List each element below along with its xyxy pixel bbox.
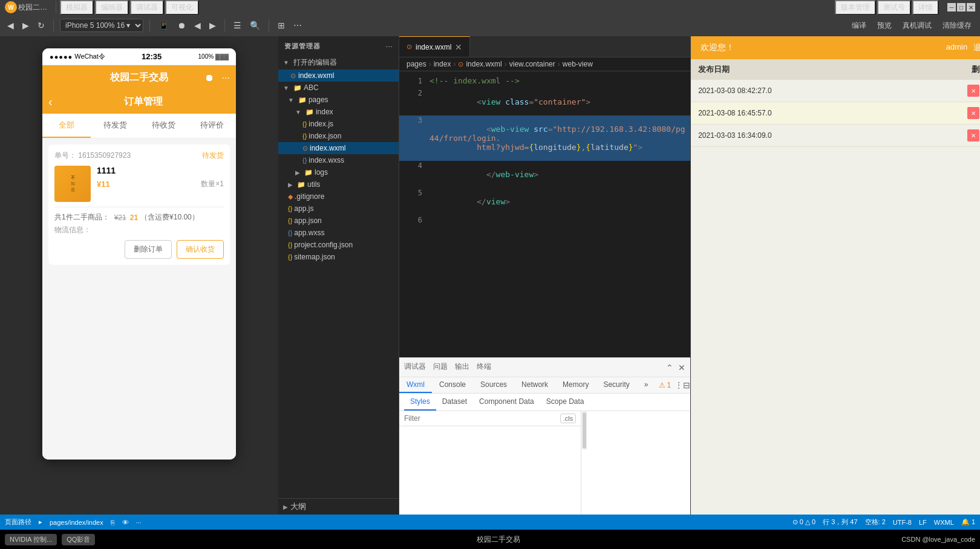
status-page-path-label[interactable]: 页面路径	[5, 518, 31, 527]
app-json-file[interactable]: {} app.json	[278, 215, 399, 227]
order-tab-pending-receive[interactable]: 待收货	[139, 114, 188, 138]
list-icon-btn[interactable]: ☰	[231, 18, 244, 33]
inspector-tab-wxml[interactable]: Wxml	[399, 377, 432, 393]
explorer-more-btn[interactable]: ···	[385, 41, 393, 51]
grid-icon-btn[interactable]: ⊞	[275, 18, 287, 33]
app-wxss-file[interactable]: {} app.wxss	[278, 227, 399, 239]
status-spaces[interactable]: 空格: 2	[865, 518, 886, 527]
index-folder[interactable]: ▼ 📁 index	[278, 106, 399, 118]
breadcrumb-pages[interactable]: pages	[407, 60, 426, 68]
devtools-scrollbar[interactable]	[581, 411, 587, 450]
index-js-file[interactable]: {} index.js	[278, 118, 399, 130]
taskbar-app-nvidia[interactable]: NVIDIA 控制...	[5, 534, 57, 545]
status-encoding[interactable]: UTF-8	[893, 519, 912, 526]
wechat-record-icon[interactable]: ⏺	[204, 73, 214, 83]
devtools-collapse-btn[interactable]: ⌃	[666, 363, 673, 372]
compile-text-btn[interactable]: 编译	[848, 19, 870, 32]
menu-debugger[interactable]: 调试器	[130, 0, 164, 15]
phone-icon-btn[interactable]: 📱	[156, 18, 171, 33]
open-editor-index-wxml[interactable]: ⊙ index.wxml	[278, 70, 399, 82]
nav-refresh-button[interactable]: ↻	[35, 18, 47, 33]
devtools-settings-btn[interactable]: ⋮	[675, 377, 683, 393]
menu-version[interactable]: 版本管理	[835, 0, 876, 15]
nav-back-button[interactable]: ◀	[5, 18, 16, 33]
breadcrumb-webview[interactable]: web-view	[563, 60, 593, 68]
status-errors[interactable]: ⊙ 0 △ 0	[792, 518, 815, 526]
taskbar-app-qq[interactable]: QQ影音	[62, 534, 95, 545]
status-language[interactable]: WXML	[934, 519, 954, 526]
project-config-file[interactable]: {} project.config.json	[278, 239, 399, 251]
tab-close-icon[interactable]: ✕	[455, 42, 462, 52]
code-editor-content[interactable]: 1 <!-- index.wxml --> 2 <view class="con…	[399, 71, 690, 357]
inspector-tab-sources[interactable]: Sources	[473, 377, 514, 393]
menu-editor[interactable]: 编辑器	[95, 0, 129, 15]
devtools-content-tab-component[interactable]: Component Data	[473, 394, 540, 411]
web-nav-admin-link[interactable]: admin	[946, 42, 967, 53]
compile-btn[interactable]: ⏺	[175, 18, 188, 33]
index-json-file[interactable]: {} index.json	[278, 130, 399, 142]
delete-row-3-button[interactable]: ✕	[967, 129, 979, 141]
pages-folder[interactable]: ▼ 📁 pages	[278, 94, 399, 106]
utils-folder[interactable]: ▶ 📁 utils	[278, 178, 399, 190]
devtools-tab-debugger[interactable]: 调试器	[404, 360, 426, 374]
devtools-filter-input[interactable]	[404, 414, 557, 423]
outline-section[interactable]: ▶ 大纲	[278, 498, 399, 515]
root-folder-header[interactable]: ▼ 📁 ABC	[278, 82, 399, 94]
menu-details[interactable]: 详情	[912, 0, 939, 15]
maximize-button[interactable]: □	[957, 3, 965, 11]
gitignore-file[interactable]: ◆ .gitignore	[278, 190, 399, 203]
real-machine-btn[interactable]: 真机调试	[899, 19, 935, 32]
inspector-tab-security[interactable]: Security	[596, 377, 636, 393]
app-js-file[interactable]: {} app.js	[278, 203, 399, 215]
breadcrumb-view-container[interactable]: view.container	[509, 60, 555, 68]
sitemap-file[interactable]: {} sitemap.json	[278, 251, 399, 263]
devtools-tab-terminal[interactable]: 终端	[477, 360, 491, 374]
order-tab-all[interactable]: 全部	[42, 114, 91, 138]
close-button[interactable]: ✕	[967, 3, 975, 11]
confirm-receive-button[interactable]: 确认收货	[177, 240, 224, 259]
minimize-button[interactable]: ─	[947, 3, 956, 11]
delete-order-button[interactable]: 删除订单	[125, 240, 172, 259]
search-icon-btn[interactable]: 🔍	[247, 18, 263, 33]
open-editors-header[interactable]: ▼ 打开的编辑器	[278, 56, 399, 70]
devtools-content-tab-scope[interactable]: Scope Data	[540, 394, 590, 411]
order-tab-pending-ship[interactable]: 待发货	[91, 114, 139, 138]
device-select[interactable]: iPhone 5 100% 16 ▾	[60, 19, 143, 32]
more-icon-btn[interactable]: ⋯	[291, 18, 304, 33]
logs-folder[interactable]: ▶ 📁 logs	[278, 166, 399, 178]
menu-simulator[interactable]: 模拟器	[60, 0, 94, 15]
editor-tab-index-wxml[interactable]: ⊙ index.wxml ✕	[399, 36, 470, 57]
nav-forward-button[interactable]: ▶	[20, 18, 31, 33]
status-row-col[interactable]: 行 3，列 47	[823, 518, 857, 527]
inspector-tab-more[interactable]: »	[637, 377, 656, 393]
status-eol[interactable]: LF	[919, 519, 927, 526]
devtools-content-tab-styles[interactable]: Styles	[404, 394, 436, 411]
devtools-content-tab-dataset[interactable]: Dataset	[436, 394, 473, 411]
delete-row-1-button[interactable]: ✕	[967, 85, 979, 97]
back-icon-btn[interactable]: ◀	[192, 18, 203, 33]
devtools-dock-btn[interactable]: ⊟	[683, 377, 690, 393]
index-wxss-file[interactable]: {} index.wxss	[278, 154, 399, 166]
index-wxml-file[interactable]: ⊙ index.wxml	[278, 142, 399, 154]
status-copy-icon[interactable]: ⎘	[111, 519, 115, 526]
inspector-tab-memory[interactable]: Memory	[555, 377, 596, 393]
devtools-scrollbar-thumb[interactable]	[583, 412, 586, 449]
status-page-path[interactable]: pages/index/index	[50, 519, 103, 526]
inspector-tab-network[interactable]: Network	[514, 377, 555, 393]
preview-text-btn[interactable]: 预览	[874, 19, 895, 32]
devtools-tab-issues[interactable]: 问题	[433, 360, 448, 374]
web-nav-logout-link[interactable]: 退出	[973, 42, 980, 53]
devtools-close-btn[interactable]: ✕	[678, 363, 685, 372]
order-tab-pending-review[interactable]: 待评价	[188, 114, 236, 138]
status-more-icon[interactable]: ···	[136, 519, 142, 526]
clean-btn[interactable]: 清除缓存	[939, 19, 975, 32]
menu-visualize[interactable]: 可视化	[165, 0, 199, 15]
devtools-filter-cls-badge[interactable]: .cls	[560, 414, 577, 423]
breadcrumb-index[interactable]: index	[434, 60, 451, 68]
menu-test[interactable]: 测试号	[877, 0, 911, 15]
delete-row-2-button[interactable]: ✕	[967, 107, 979, 119]
inspector-tab-console[interactable]: Console	[432, 377, 473, 393]
forward-icon-btn[interactable]: ▶	[207, 18, 218, 33]
status-notifications[interactable]: 🔔 1	[961, 518, 975, 526]
devtools-tab-output[interactable]: 输出	[455, 360, 469, 374]
